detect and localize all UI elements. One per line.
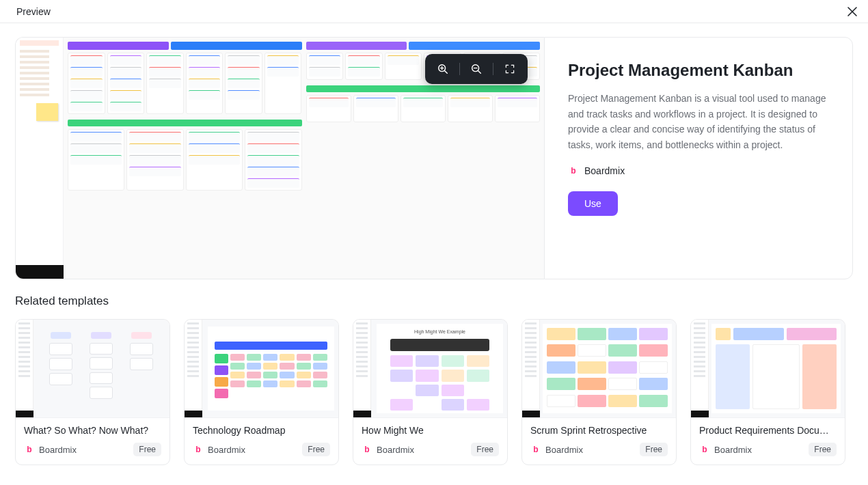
close-icon[interactable] — [846, 5, 858, 18]
related-cards: What? So What? Now What? b Boardmix Free — [15, 319, 853, 465]
price-badge: Free — [640, 443, 668, 456]
main-content: Project Management Kanban Project Manage… — [0, 23, 868, 279]
price-badge: Free — [471, 443, 499, 456]
card-brand: b Boardmix — [699, 444, 752, 455]
svg-line-5 — [478, 71, 481, 74]
price-badge: Free — [302, 443, 330, 456]
svg-line-1 — [445, 71, 448, 74]
card-title: Scrum Sprint Retrospective — [530, 425, 668, 436]
zoom-in-icon[interactable] — [432, 59, 454, 79]
price-badge: Free — [809, 443, 837, 456]
card-brand: b Boardmix — [530, 444, 583, 455]
brand-logo-icon: b — [24, 444, 35, 455]
details-pane: Project Management Kanban Project Manage… — [544, 37, 853, 279]
card-thumbnail — [16, 320, 169, 418]
template-card[interactable]: Technology Roadmap b Boardmix Free — [184, 319, 339, 465]
card-title: How Might We — [362, 425, 499, 436]
card-title: Product Requirements Docu… — [699, 425, 837, 436]
toolbar-divider — [493, 63, 493, 75]
brand-logo-icon: b — [530, 444, 541, 455]
card-thumbnail — [185, 320, 338, 418]
use-button[interactable]: Use — [568, 191, 618, 216]
brand-row: b Boardmix — [568, 165, 829, 176]
template-title: Project Management Kanban — [568, 61, 829, 80]
zoom-out-icon[interactable] — [465, 59, 487, 79]
card-thumbnail — [522, 320, 676, 418]
card-thumbnail — [691, 320, 845, 418]
price-badge: Free — [133, 443, 161, 456]
header-title: Preview — [16, 6, 51, 17]
template-card[interactable]: What? So What? Now What? b Boardmix Free — [15, 319, 170, 465]
fullscreen-icon[interactable] — [499, 59, 521, 79]
template-preview[interactable] — [15, 37, 544, 279]
brand-name: Boardmix — [584, 165, 625, 176]
header: Preview — [0, 0, 868, 23]
card-brand: b Boardmix — [193, 444, 245, 455]
brand-logo-icon: b — [699, 444, 710, 455]
template-description: Project Management Kanban is a visual to… — [568, 91, 829, 153]
template-card[interactable]: Scrum Sprint Retrospective b Boardmix Fr… — [521, 319, 677, 465]
toolbar-divider — [459, 63, 460, 75]
brand-logo-icon: b — [362, 444, 372, 455]
card-brand: b Boardmix — [24, 444, 77, 455]
card-brand: b Boardmix — [362, 444, 414, 455]
card-title: What? So What? Now What? — [24, 425, 161, 436]
brand-logo-icon: b — [568, 165, 579, 176]
card-title: Technology Roadmap — [193, 425, 330, 436]
template-card[interactable]: Product Requirements Docu… b Boardmix Fr… — [690, 319, 845, 465]
related-section: Related templates What? So What? Now Wha… — [0, 279, 868, 465]
card-thumbnail: High Might We Example — [353, 320, 507, 418]
related-heading: Related templates — [15, 294, 853, 308]
template-card[interactable]: High Might We Example How Might We b Boa — [353, 319, 508, 465]
zoom-toolbar — [425, 54, 528, 84]
brand-logo-icon: b — [193, 444, 204, 455]
